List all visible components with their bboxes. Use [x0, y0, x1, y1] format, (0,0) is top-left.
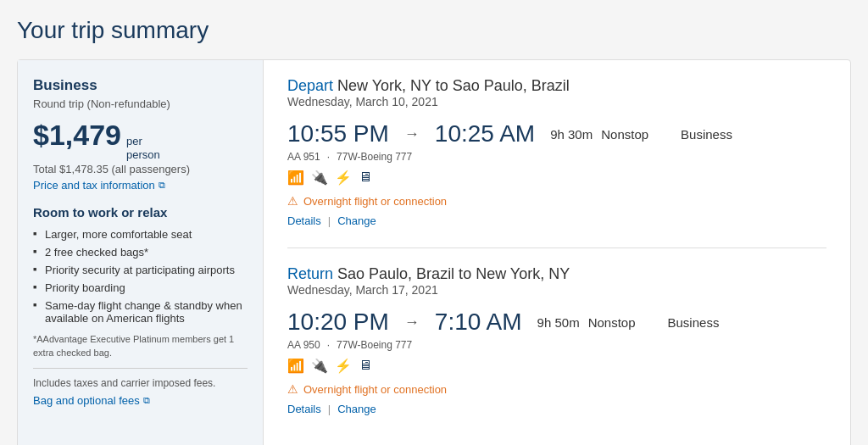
arrow-icon-return: →	[404, 314, 420, 331]
wifi-icon-return: 📶	[287, 358, 304, 374]
divider	[33, 368, 248, 369]
benefit-item-boarding: Priority boarding	[33, 281, 248, 294]
pipe-sep-depart: |	[328, 214, 331, 227]
warning-icon-return: ⚠	[287, 382, 298, 396]
cabin-class-label: Business	[33, 77, 248, 94]
overnight-text-return: Overnight flight or connection	[303, 383, 447, 396]
flight-header-return: Return Sao Paulo, Brazil to New York, NY…	[287, 265, 826, 297]
benefit-item-seat: Larger, more comfortable seat	[33, 228, 248, 241]
bag-fees-link[interactable]: Bag and optional fees ⧉	[33, 394, 150, 407]
includes-text: Includes taxes and carrier imposed fees.	[33, 377, 248, 389]
arrow-icon-depart: →	[404, 125, 420, 143]
cabin-label-depart: Business	[681, 127, 732, 142]
cabin-label-return: Business	[668, 315, 720, 330]
flight-route-depart: Depart New York, NY to Sao Paulo, Brazil	[287, 77, 826, 95]
dot-sep-return: ·	[327, 339, 330, 351]
action-links-depart: Details | Change	[287, 214, 826, 227]
benefits-title: Room to work or relax	[33, 205, 248, 220]
wifi-icon: 📶	[287, 170, 304, 186]
footnote-text: *AAdvantage Executive Platinum members g…	[33, 333, 248, 359]
overnight-warning-return: ⚠ Overnight flight or connection	[287, 382, 826, 396]
direction-label-return: Return	[287, 265, 333, 282]
change-link-depart[interactable]: Change	[337, 214, 376, 227]
flight-date-return: Wednesday, March 17, 2021	[287, 283, 826, 297]
flight-section-return: Return Sao Paulo, Brazil to New York, NY…	[287, 248, 826, 415]
aircraft-return: 77W-Boeing 777	[337, 339, 412, 351]
duration-info-return: 9h 50m Nonstop	[537, 315, 636, 330]
flight-header-depart: Depart New York, NY to Sao Paulo, Brazil…	[287, 77, 826, 108]
arrive-time-depart: 10:25 AM	[435, 120, 535, 147]
usb-icon: ⚡	[335, 170, 352, 186]
route-depart: New York, NY to Sao Paulo, Brazil	[337, 77, 570, 94]
price-total: Total $1,478.35 (all passengers)	[33, 163, 248, 175]
flight-info-row-depart: AA 951 · 77W-Boeing 777	[287, 151, 826, 163]
times-row-depart: 10:55 PM → 10:25 AM 9h 30m Nonstop Busin…	[287, 120, 826, 147]
route-return: Sao Paulo, Brazil to New York, NY	[337, 265, 570, 282]
flight-route-return: Return Sao Paulo, Brazil to New York, NY	[287, 265, 826, 283]
duration-info-depart: 9h 30m Nonstop	[550, 127, 648, 142]
overnight-text-depart: Overnight flight or connection	[303, 195, 447, 208]
price-tax-link[interactable]: Price and tax information ⧉	[33, 179, 165, 192]
right-panel: Depart New York, NY to Sao Paulo, Brazil…	[264, 60, 850, 445]
price-row: $1,479 perperson	[33, 119, 248, 161]
external-link-icon: ⧉	[159, 180, 165, 191]
flight-number-depart: AA 951	[287, 151, 320, 163]
video-icon-return: 🖥	[359, 358, 372, 374]
arrive-time-return: 7:10 AM	[435, 309, 522, 336]
pipe-sep-return: |	[328, 403, 331, 415]
dot-sep-depart: ·	[327, 151, 330, 163]
usb-icon-return: ⚡	[335, 358, 352, 374]
benefit-item-bags: 2 free checked bags*	[33, 246, 248, 259]
aircraft-depart: 77W-Boeing 777	[337, 151, 412, 163]
duration-return: 9h 50m	[537, 315, 580, 330]
power-icon: 🔌	[311, 170, 328, 186]
main-card: Business Round trip (Non-refundable) $1,…	[17, 59, 851, 445]
direction-label-depart: Depart	[287, 77, 333, 94]
stops-depart: Nonstop	[601, 127, 648, 142]
depart-time-return: 10:20 PM	[287, 309, 389, 336]
amenity-icons-return: 📶 🔌 ⚡ 🖥	[287, 358, 826, 374]
duration-depart: 9h 30m	[550, 127, 593, 142]
per-person-label: perperson	[126, 135, 160, 161]
stops-return: Nonstop	[588, 315, 636, 330]
flight-section-depart: Depart New York, NY to Sao Paulo, Brazil…	[287, 77, 826, 227]
video-icon: 🖥	[359, 170, 372, 186]
details-link-return[interactable]: Details	[287, 403, 321, 415]
flight-date-depart: Wednesday, March 10, 2021	[287, 95, 826, 108]
benefit-item-security: Priority security at participating airpo…	[33, 264, 248, 276]
warning-icon-depart: ⚠	[287, 194, 298, 208]
benefit-list: Larger, more comfortable seat 2 free che…	[33, 228, 248, 325]
flight-number-return: AA 950	[287, 339, 320, 351]
page-title: Your trip summary	[17, 17, 851, 44]
left-panel: Business Round trip (Non-refundable) $1,…	[18, 60, 264, 445]
price-value: $1,479	[33, 119, 121, 152]
trip-type-label: Round trip (Non-refundable)	[33, 97, 248, 110]
overnight-warning-depart: ⚠ Overnight flight or connection	[287, 194, 826, 208]
flight-info-row-return: AA 950 · 77W-Boeing 777	[287, 339, 826, 351]
amenity-icons-depart: 📶 🔌 ⚡ 🖥	[287, 170, 826, 186]
change-link-return[interactable]: Change	[337, 403, 376, 415]
times-row-return: 10:20 PM → 7:10 AM 9h 50m Nonstop Busine…	[287, 309, 826, 336]
power-icon-return: 🔌	[311, 358, 328, 374]
external-link-icon-2: ⧉	[143, 395, 150, 406]
action-links-return: Details | Change	[287, 403, 826, 415]
depart-time-depart: 10:55 PM	[287, 120, 389, 147]
benefit-item-standby: Same-day flight change & standby when av…	[33, 299, 248, 325]
details-link-depart[interactable]: Details	[287, 214, 321, 227]
